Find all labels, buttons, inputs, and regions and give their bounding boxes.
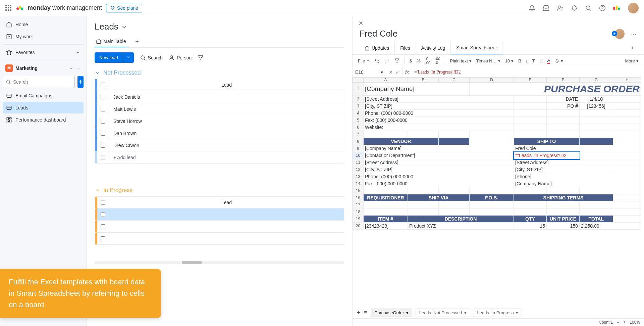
sidebar-search-input[interactable] [13, 79, 72, 85]
table-row[interactable]: Drew Crwon [95, 139, 344, 151]
accept-formula-icon[interactable]: ✓ [395, 69, 399, 75]
svg-point-0 [16, 7, 19, 10]
redo-icon[interactable] [384, 58, 390, 63]
currency-button[interactable]: $ [410, 58, 412, 63]
svg-point-3 [558, 6, 560, 8]
table-row[interactable]: Dan Brown [95, 127, 344, 139]
tab-updates[interactable]: Updates [359, 42, 395, 54]
new-lead-dropdown[interactable] [123, 52, 134, 63]
number-format-select[interactable]: Plain text ▾ [450, 58, 471, 63]
fill-color-button[interactable]: ▾ [555, 58, 563, 63]
more-button[interactable]: More ▾ [625, 58, 639, 63]
toolbar-person[interactable]: Person [169, 55, 192, 61]
add-tab-button[interactable]: + [628, 42, 637, 54]
add-board-button[interactable]: + [77, 76, 84, 88]
see-plans-button[interactable]: See plans [106, 4, 142, 12]
item-menu-icon[interactable]: ⋯ [630, 30, 637, 38]
font-size-select[interactable]: 10 ▾ [505, 58, 514, 63]
column-lead[interactable]: Lead [109, 197, 344, 208]
workspace-badge: M [5, 64, 13, 72]
file-menu[interactable]: File [358, 58, 370, 63]
zoom-out-button[interactable]: − [617, 320, 619, 325]
formula-bar: E10▾ ✕ ✓ fx ='Leads_In Progress'!D2 [353, 67, 644, 77]
workspace-menu-icon[interactable]: ⋯ [76, 65, 81, 71]
group-header-in-progress[interactable]: In Progress [95, 187, 344, 194]
toolbar-search[interactable]: Search [140, 55, 163, 61]
table-row[interactable]: Matt Lewis [95, 103, 344, 115]
notifications-icon[interactable] [529, 5, 535, 11]
user-avatar[interactable] [628, 3, 639, 13]
table-row[interactable]: Steve Horrow [95, 115, 344, 127]
chevron-down-icon [75, 50, 80, 55]
apps-menu-icon[interactable] [5, 5, 12, 11]
svg-point-10 [7, 80, 10, 83]
select-all-checkbox[interactable] [101, 200, 105, 205]
underline-button[interactable]: U [539, 58, 542, 63]
undo-icon[interactable] [374, 58, 380, 63]
font-select[interactable]: Times N… ▾ [476, 58, 500, 63]
cancel-formula-icon[interactable]: ✕ [389, 69, 393, 75]
nav-mywork[interactable]: My work [3, 31, 84, 42]
item-title[interactable]: Fred Cole [359, 29, 614, 39]
cell-reference[interactable]: E10▾ [353, 67, 386, 77]
board-item-leads[interactable]: Leads [3, 102, 84, 113]
zoom-in-button[interactable]: + [623, 320, 626, 325]
bold-button[interactable]: B [518, 58, 521, 63]
sheet-tab-in-progress[interactable]: Leads_In Progress ▾ [474, 309, 522, 317]
person-icon [169, 55, 175, 61]
workspace-header[interactable]: M Marketing ⋯ [3, 62, 84, 74]
chevron-down-icon [121, 24, 127, 30]
tab-activity[interactable]: Activity Log [416, 42, 451, 54]
board-item-email[interactable]: Email Campaigns [3, 90, 84, 101]
tab-smart-spreadsheet[interactable]: Smart Spreadsheet [451, 42, 502, 54]
decimal-inc-button[interactable]: .0.00 [425, 57, 430, 65]
sheets-menu-icon[interactable]: ☰ [364, 310, 368, 315]
toolbar-filter[interactable] [198, 55, 204, 61]
italic-button[interactable]: I [526, 58, 528, 63]
table-row[interactable]: Jack Daniels [95, 91, 344, 103]
add-lead-row[interactable]: + Add lead [95, 151, 344, 164]
filter-icon [198, 55, 204, 61]
svg-rect-7 [615, 5, 618, 10]
paint-format-icon[interactable] [394, 58, 400, 63]
sheet-tab-purchase[interactable]: PurchaseOrder ▾ [371, 309, 412, 317]
table-row[interactable] [95, 233, 344, 245]
group-header-not-processed[interactable]: Not Processed [95, 69, 344, 76]
sheet-tab-not-processed[interactable]: Leads_Not Processed ▾ [416, 309, 470, 317]
item-avatar[interactable] [614, 29, 625, 39]
board-title[interactable]: Leads [95, 21, 344, 32]
text-color-button[interactable]: A [547, 58, 550, 64]
close-icon[interactable] [358, 20, 364, 26]
spreadsheet-grid[interactable]: ABCDEFGH 1[Company Name]PURCHASE ORDER 2… [353, 77, 644, 307]
sidebar-search[interactable] [3, 76, 75, 88]
svg-point-17 [141, 56, 145, 59]
table-row[interactable] [95, 208, 344, 221]
nav-favorites[interactable]: Favorites [3, 47, 84, 58]
chevron-down-icon[interactable] [69, 66, 73, 71]
strike-button[interactable]: T [532, 58, 535, 63]
svg-point-5 [600, 5, 605, 11]
add-view-button[interactable]: + [132, 38, 142, 45]
invite-icon[interactable] [557, 5, 564, 11]
apps-icon[interactable] [571, 5, 578, 11]
percent-button[interactable]: % [417, 58, 421, 63]
inbox-icon[interactable] [543, 5, 549, 11]
column-lead[interactable]: Lead [109, 79, 344, 91]
new-lead-button[interactable]: New lead [95, 52, 134, 63]
add-sheet-button[interactable]: + [357, 309, 360, 316]
fx-icon: fx [402, 69, 412, 75]
horizontal-scrollbar[interactable] [95, 261, 344, 264]
board-item-dashboard[interactable]: Performance dashboard [3, 114, 84, 126]
editing-cell[interactable]: ='Leads_In Progress'!D2 [514, 152, 580, 159]
select-all-checkbox[interactable] [101, 83, 105, 87]
tab-files[interactable]: Files [395, 42, 416, 54]
monday-logo [16, 4, 23, 12]
table-row[interactable] [95, 221, 344, 233]
formula-input[interactable]: ='Leads_In Progress'!D2 [412, 69, 644, 75]
search-icon[interactable] [585, 5, 592, 11]
tab-main-table[interactable]: Main Table [95, 36, 127, 47]
nav-home[interactable]: Home [3, 19, 84, 30]
home-icon [96, 39, 101, 44]
decimal-dec-button[interactable]: .00.0 [435, 57, 440, 65]
help-icon[interactable] [599, 5, 606, 11]
